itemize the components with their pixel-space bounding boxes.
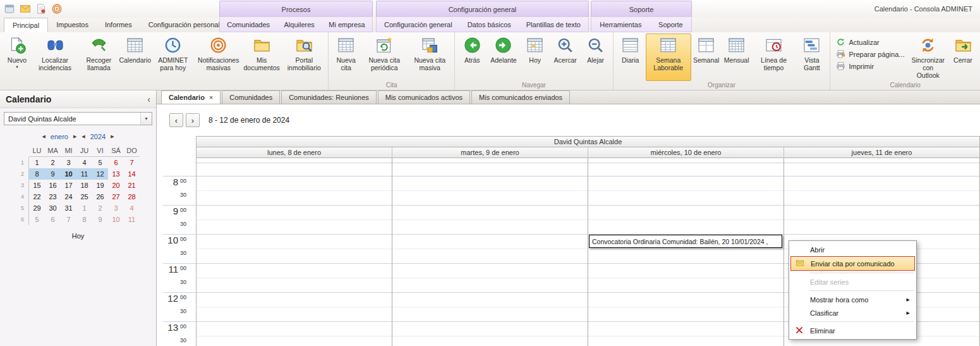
prev-year-icon[interactable]: ◀ [82, 134, 85, 139]
mini-calendar-cell[interactable]: 9 [92, 214, 108, 225]
ribbon-tab[interactable]: Herramientas [597, 18, 644, 31]
mini-calendar-cell[interactable]: 6 [108, 157, 124, 168]
ribbon-tab[interactable]: Principal [4, 18, 48, 32]
ribbon-tab[interactable]: Mi empresa [326, 18, 367, 31]
quick-access-button[interactable] [20, 3, 31, 15]
day-column[interactable] [392, 158, 588, 346]
mini-calendar-cell[interactable]: 11 [76, 168, 92, 180]
ribbon-small-button[interactable]: Preparar página... [836, 49, 904, 59]
ribbon-tab[interactable]: Comunidades [224, 18, 272, 31]
context-menu-item[interactable]: Mostrar hora como ▶ [790, 293, 915, 306]
mini-calendar-cell[interactable]: 4 [16, 191, 29, 202]
mini-calendar-cell[interactable]: 8 [76, 214, 92, 225]
ribbon-tab[interactable]: Datos básicos [465, 18, 514, 31]
day-column[interactable] [588, 158, 784, 346]
mini-calendar-cell[interactable]: 1 [76, 202, 92, 214]
ribbon-button[interactable]: Sincronizar con Outlook [908, 34, 948, 81]
mini-calendar-cell[interactable]: 13 [108, 168, 124, 180]
mini-calendar-cell[interactable]: 2 [92, 202, 108, 214]
ribbon-button[interactable]: Adelante [487, 34, 519, 81]
ribbon-button[interactable]: Semanal [691, 34, 722, 81]
mini-calendar-cell[interactable]: 24 [61, 191, 76, 202]
appointment[interactable]: Convocatoria Ordinaria Comunidad: Bailén… [589, 235, 782, 248]
ribbon-tab[interactable]: Soporte [656, 18, 686, 31]
context-menu-item[interactable]: Editar series [790, 275, 915, 288]
quick-access-button[interactable] [51, 3, 63, 15]
mini-calendar-cell[interactable]: 5 [29, 214, 45, 225]
mini-calendar-cell[interactable]: 16 [45, 180, 61, 191]
today-button[interactable]: Hoy [3, 232, 154, 240]
mini-calendar-cell[interactable]: 20 [108, 180, 124, 191]
context-menu-item[interactable]: Eliminar [790, 324, 915, 337]
mini-calendar-cell[interactable]: 22 [29, 191, 45, 202]
context-menu-item[interactable]: Abrir [790, 243, 915, 256]
ribbon-button[interactable]: Nueva cita periódica [361, 34, 407, 81]
mini-calendar-cell[interactable]: 28 [124, 191, 140, 202]
mini-calendar-cell[interactable]: 3 [61, 157, 76, 168]
mini-calendar-cell[interactable]: 10 [108, 214, 124, 225]
collapse-sidebar-icon[interactable]: ‹ [147, 94, 150, 104]
ribbon-button[interactable]: Portal inmobiliario [282, 34, 326, 81]
previous-period-button[interactable]: ‹ [169, 113, 183, 127]
mini-calendar-cell[interactable]: 2 [45, 157, 61, 168]
mini-calendar-cell[interactable]: 29 [29, 202, 45, 214]
ribbon-button[interactable]: Atrás [457, 34, 487, 81]
close-tab-icon[interactable]: × [209, 94, 213, 101]
mini-calendar-cell[interactable]: 5 [16, 202, 29, 214]
mini-calendar-cell[interactable]: 27 [108, 191, 124, 202]
ribbon-tab[interactable]: Configuración general [382, 18, 455, 31]
mini-calendar-cell[interactable]: 11 [124, 214, 140, 225]
ribbon-button[interactable]: Hoy [520, 34, 550, 81]
prev-month-icon[interactable]: ◀ [42, 134, 45, 139]
mini-calendar-cell[interactable]: 1 [16, 157, 29, 168]
ribbon-button[interactable]: Vista Gantt [795, 34, 828, 81]
ribbon-button[interactable]: Calendario [120, 34, 150, 81]
mini-calendar-cell[interactable]: 17 [61, 180, 76, 191]
context-menu-item[interactable]: Clasificar ▶ [790, 306, 915, 319]
ribbon-button[interactable]: Acercar [550, 34, 581, 81]
quick-access-button[interactable] [4, 3, 15, 15]
mini-calendar-cell[interactable]: 21 [124, 180, 140, 191]
ribbon-button[interactable]: Localizar incidencias [32, 34, 78, 81]
caret-down-icon[interactable]: ▼ [140, 113, 152, 125]
ribbon-button[interactable]: Notificaciones masivas [196, 34, 241, 81]
ribbon-button[interactable]: ADMINET para hoy [150, 34, 196, 81]
next-month-icon[interactable]: ▶ [73, 134, 76, 139]
mini-calendar-cell[interactable]: 5 [92, 157, 108, 168]
next-period-button[interactable]: › [186, 113, 200, 127]
next-year-icon[interactable]: ▶ [111, 134, 114, 139]
document-tab[interactable]: Comunidades: Reuniones [281, 90, 377, 104]
document-tab[interactable]: Mis comunicados enviados [471, 90, 570, 104]
day-column[interactable] [197, 158, 392, 346]
ribbon-tab[interactable]: Informes [97, 18, 140, 32]
mini-calendar-cell[interactable]: 3 [108, 202, 124, 214]
ribbon-button[interactable]: Nueva cita [330, 34, 361, 81]
mini-calendar-cell[interactable]: 2 [16, 168, 29, 180]
document-tab[interactable]: Calendario × [161, 90, 221, 104]
ribbon-tab[interactable]: Impuestos [48, 18, 97, 32]
mini-calendar-cell[interactable]: 25 [76, 191, 92, 202]
mini-calendar-cell[interactable]: 18 [76, 180, 92, 191]
owner-dropdown[interactable]: David Quintas Alcalde ▼ [4, 112, 152, 125]
ribbon-tab[interactable]: Plantillas de texto [524, 18, 583, 31]
mini-calendar-cell[interactable]: 15 [29, 180, 45, 191]
ribbon-button[interactable]: Mensual [722, 34, 752, 81]
ribbon-tab[interactable]: Configuración personal [140, 18, 228, 32]
ribbon-button[interactable]: Nuevo ▾ [2, 34, 32, 81]
mini-calendar-cell[interactable]: 7 [124, 157, 140, 168]
mini-calendar-cell[interactable]: 12 [92, 168, 108, 180]
ribbon-tab[interactable]: Alquileres [282, 18, 317, 31]
context-menu-item[interactable] [809, 273, 914, 273]
ribbon-button[interactable]: Recoger llamada [78, 34, 120, 81]
mini-calendar-cell[interactable]: 26 [92, 191, 108, 202]
mini-calendar-cell[interactable]: 4 [76, 157, 92, 168]
mini-calendar-cell[interactable]: 6 [45, 214, 61, 225]
document-tab[interactable]: Mis comunicados activos [378, 90, 470, 104]
context-menu-item[interactable]: Enviar cita por comunicado [790, 256, 915, 271]
ribbon-button[interactable]: Semana Laborable [646, 34, 691, 81]
context-menu-item[interactable] [809, 290, 914, 291]
mini-calendar-cell[interactable]: 1 [29, 157, 45, 168]
ribbon-button[interactable]: Mis documentos [241, 34, 282, 81]
mini-calendar-cell[interactable]: 23 [45, 191, 61, 202]
ribbon-button[interactable]: Nueva cita masiva [407, 34, 452, 81]
